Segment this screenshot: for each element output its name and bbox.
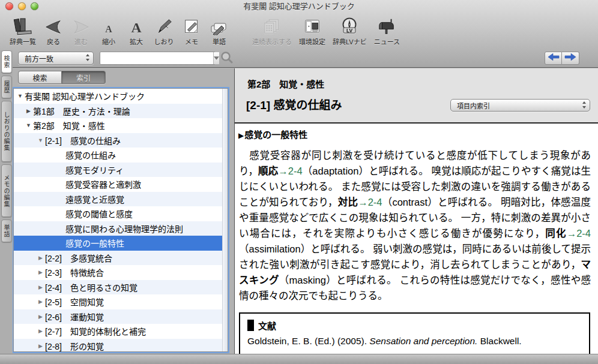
disclosure-closed-icon[interactable]: ▶ <box>36 299 45 305</box>
disclosure-closed-icon[interactable]: ▶ <box>36 328 45 334</box>
toolbar-button-label: 進む <box>74 37 88 46</box>
toolbar-button-label: 縮小 <box>102 37 115 46</box>
in-entry-index-popup[interactable]: 項目内索引 <box>450 99 590 112</box>
lv-navi-icon: LV <box>339 16 360 35</box>
traffic-lights <box>5 2 38 10</box>
tree-row[interactable]: ▶[2-8] 形の知覚 <box>14 339 228 353</box>
disclosure-closed-icon[interactable]: ▶ <box>36 255 45 261</box>
toolbar-button-label: ニュース <box>374 37 400 46</box>
app-window: 有斐閣 認知心理学ハンドブック 辞典一覧戻る進むA縮小A拡大しおりメモ単語連続表… <box>0 0 598 364</box>
toolbar-button-preferences[interactable]: 環境設定 <box>295 16 329 46</box>
disclosure-open-icon[interactable]: ▼ <box>36 137 45 143</box>
tree-row-label: [2-8] 形の知覚 <box>45 340 104 352</box>
titlebar[interactable]: 有斐閣 認知心理学ハンドブック <box>0 0 598 13</box>
tree-row-label: 遠感覚と近感覚 <box>65 193 124 205</box>
content-pane: 第2部 知覚・感性 [2-1] 感覚の仕組み 項目内索引 ▶感覚の一般特性 感覚… <box>234 68 598 354</box>
toolbar-button-books[interactable]: 辞典一覧 <box>6 16 40 46</box>
side-tab-メモの編集[interactable]: メモの編集 <box>1 164 12 217</box>
disclosure-closed-icon[interactable]: ▶ <box>36 284 45 290</box>
cross-reference-link[interactable]: →2-4 <box>278 166 302 176</box>
section-title: 感覚の一般特性 <box>244 130 307 140</box>
side-tab-履歴[interactable]: 履歴 <box>1 76 12 98</box>
toolbar-button-lv-navi[interactable]: LV辞典LVナビ <box>329 16 370 46</box>
toolbar-button-arrow-left[interactable]: 戻る <box>40 16 67 46</box>
cross-reference-link[interactable]: →2-4 <box>358 197 382 207</box>
mode-tabs: 検索 索引 <box>18 71 106 84</box>
references-heading: 文献 <box>247 319 589 332</box>
disclosure-open-icon[interactable]: ▼ <box>24 122 33 128</box>
arrow-left-icon <box>44 16 63 35</box>
tree-row[interactable]: ▶[2-4] 色と明るさの知覚 <box>14 280 228 295</box>
tab-search[interactable]: 検索 <box>18 71 62 84</box>
disclosure-closed-icon[interactable]: ▶ <box>36 343 45 349</box>
window-resize-bar[interactable] <box>0 354 598 364</box>
tree-row[interactable]: ▶[2-6] 運動知覚 <box>14 309 228 324</box>
references-title: 文献 <box>258 319 276 332</box>
toolbar-button-font-large[interactable]: A拡大 <box>122 16 150 46</box>
stepper-icon <box>582 101 587 110</box>
toolbar-button-word[interactable]: 単語 <box>205 16 233 46</box>
tree-row[interactable]: ▶[2-5] 空間知覚 <box>14 294 228 309</box>
tree-row-label: 感覚に関わる心理物理学的法則 <box>65 222 183 234</box>
tab-index[interactable]: 索引 <box>62 71 106 84</box>
disclosure-closed-icon[interactable]: ▶ <box>24 108 33 114</box>
tree-row[interactable]: 感覚に関わる心理物理学的法則 <box>14 221 228 236</box>
search-input[interactable] <box>100 52 213 64</box>
search-button[interactable] <box>219 51 234 66</box>
tree-row[interactable]: 感覚受容器と適刺激 <box>14 177 228 192</box>
zoom-button[interactable] <box>31 2 38 10</box>
tree-row[interactable]: 遠感覚と近感覚 <box>14 192 228 207</box>
page-forward-button[interactable] <box>562 52 579 65</box>
font-large-icon: A <box>127 16 145 35</box>
svg-text:LV: LV <box>346 28 353 34</box>
tree-row[interactable]: 感覚の仕組み <box>14 148 228 163</box>
side-tab-しおりの編集[interactable]: しおりの編集 <box>1 101 12 162</box>
left-panel: 検索 索引 ▼有斐閣 認知心理学ハンドブック▶第1部 歴史・方法・理論▼第2部 … <box>13 68 234 354</box>
toolbar-button-label: 辞典LVナビ <box>333 37 367 46</box>
side-tab-検索[interactable]: 検索 <box>1 50 12 73</box>
magnifier-icon <box>220 50 234 67</box>
close-button[interactable] <box>5 2 13 10</box>
tree-row-label: 感覚の一般特性 <box>65 237 124 249</box>
toolbar-button-font-small[interactable]: A縮小 <box>95 16 122 46</box>
tree-row-label: [2-1] 感覚の仕組み <box>45 134 121 146</box>
text-segment: （assimilation）と呼ばれる。 弱い刺激の感覚は，同時にあるいは前後し… <box>239 243 591 270</box>
tree-row[interactable]: ▶[2-2] 多感覚統合 <box>14 251 228 266</box>
cross-reference-link[interactable]: →2-4 <box>567 228 591 239</box>
toolbar-button-news[interactable]: ニュース <box>370 16 403 46</box>
tree-scrollbar[interactable] <box>222 89 228 351</box>
index-tree: ▼有斐閣 認知心理学ハンドブック▶第1部 歴史・方法・理論▼第2部 知覚・感性▼… <box>13 88 228 352</box>
toolbar-button-label: 連続表示する <box>252 37 292 46</box>
text-segment: Goldstein, E. B. (Ed.) (2005). <box>247 336 369 346</box>
side-tab-単語[interactable]: 単語 <box>1 219 12 242</box>
tree-row[interactable]: ▼第2部 知覚・感性 <box>14 118 228 133</box>
page-back-button[interactable] <box>545 52 562 65</box>
tree-row[interactable]: ▼[2-1] 感覚の仕組み <box>14 133 228 148</box>
tree-row[interactable]: ▶第1部 歴史・方法・理論 <box>14 104 228 119</box>
tree-row-label: [2-2] 多感覚統合 <box>45 252 112 264</box>
preferences-icon <box>303 16 322 35</box>
disclosure-closed-icon[interactable]: ▶ <box>36 314 45 320</box>
match-mode-value: 前方一致 <box>25 53 53 64</box>
tree-row-label: [2-3] 特徴統合 <box>45 266 104 278</box>
disclosure-open-icon[interactable]: ▼ <box>16 93 25 99</box>
toolbar-button-bookmark[interactable]: しおり <box>150 16 178 46</box>
tree-row[interactable]: 感覚モダリティ <box>14 163 228 178</box>
continuous-icon <box>262 16 282 35</box>
tree-row[interactable]: ▶[2-3] 特徴統合 <box>14 265 228 280</box>
toolbar-button-label: 単語 <box>213 37 226 46</box>
combo-dropdown-button[interactable] <box>213 52 219 64</box>
match-mode-popup[interactable]: 前方一致 <box>18 52 94 65</box>
tree-row[interactable]: ▶[2-7] 知覚的体制化と補完 <box>14 324 228 339</box>
tree-row[interactable]: 感覚の一般特性 <box>14 236 228 251</box>
disclosure-closed-icon[interactable]: ▶ <box>36 269 45 275</box>
text-segment: 対比 <box>338 197 358 207</box>
toolbar-button-memo[interactable]: メモ <box>178 16 205 46</box>
minimize-button[interactable] <box>18 2 26 10</box>
tree-row[interactable]: 感覚の閾値と感度 <box>14 206 228 221</box>
tree-row[interactable]: ▼有斐閣 認知心理学ハンドブック <box>14 89 228 104</box>
arrow-right-icon <box>71 16 91 35</box>
bookmark-icon <box>154 16 174 35</box>
reference-entry: Goldstein, E. B. (Ed.) (2005). Sensation… <box>247 336 589 347</box>
section-heading: ▶感覚の一般特性 <box>238 128 592 140</box>
